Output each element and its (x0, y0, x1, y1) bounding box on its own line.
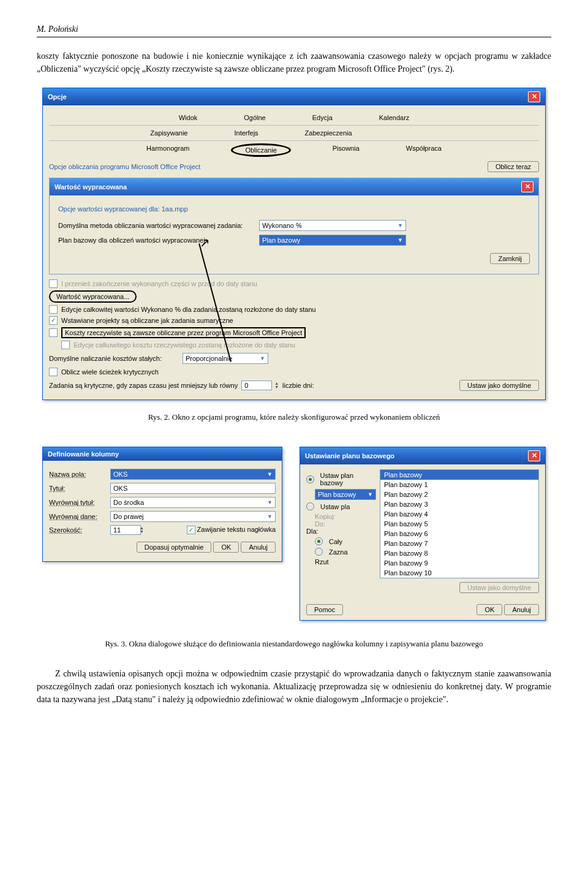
spinner[interactable]: ▲▼ (274, 382, 279, 389)
tab-interfejs[interactable]: Interfejs (229, 128, 263, 138)
radio-zazna[interactable] (315, 548, 323, 556)
tab-widok[interactable]: Widok (174, 113, 203, 123)
label-plan: Plan bazowy dla obliczeń wartości wyprac… (58, 237, 254, 244)
select-wyr-tytul[interactable]: Do środka ▼ (110, 497, 276, 508)
tab-kalendarz[interactable]: Kalendarz (374, 113, 415, 123)
list-item[interactable]: Plan bazowy 3 (380, 499, 538, 509)
dialog-definiowanie: Definiowanie kolumny Nazwa pola: OKS ▼ T… (42, 447, 282, 562)
input-tytul[interactable]: OKS (110, 483, 276, 494)
radio-label: Cały (329, 538, 342, 545)
label-rzut: Rzut (315, 558, 376, 566)
input-szerokosc[interactable]: 11 (110, 525, 141, 535)
btn-zamknij[interactable]: Zamknij (490, 253, 530, 264)
list-item[interactable]: Plan bazowy 9 (380, 558, 538, 568)
chevron-down-icon: ▼ (267, 471, 273, 477)
radio-ustaw2[interactable] (306, 502, 314, 510)
chevron-down-icon: ▼ (267, 513, 273, 520)
select-nazwa[interactable]: OKS ▼ (110, 469, 276, 480)
btn-pomoc[interactable]: Pomoc (306, 604, 343, 615)
chevron-down-icon: ▼ (398, 237, 403, 243)
chk-label: Edycje całkowitego kosztu rzeczywistego … (74, 341, 295, 349)
btn-anuluj[interactable]: Anuluj (504, 604, 539, 615)
chevron-down-icon: ▼ (260, 355, 265, 361)
titlebar-def: Definiowanie kolumny (43, 447, 282, 461)
select-value: Wykonano % (262, 222, 302, 229)
close-icon[interactable]: ✕ (528, 450, 540, 461)
btn-wartosc-wypracowana[interactable]: Wartość wypracowana... (49, 290, 137, 303)
btn-ok[interactable]: OK (477, 604, 502, 615)
select-value: Do prawej (113, 513, 144, 520)
list-item[interactable]: Plan bazowy 2 (380, 490, 538, 499)
list-item[interactable]: Plan bazowy 7 (380, 539, 538, 548)
tab-harmonogram[interactable]: Harmonogram (141, 143, 194, 157)
title-text: Definiowanie kolumny (48, 450, 119, 458)
checkbox[interactable] (49, 279, 58, 288)
input-value: OKS (113, 485, 127, 492)
tabs-row-2: Zapisywanie Interfejs Zabezpieczenia (49, 126, 539, 141)
radio-label: Ustaw pla (320, 503, 350, 510)
checkbox[interactable] (61, 341, 70, 349)
titlebar-plan: Ustawianie planu bazowego ✕ (300, 447, 545, 464)
checkbox[interactable]: ✓ (49, 316, 58, 325)
input-kryt[interactable]: 0 (241, 380, 272, 390)
title-text: Opcje (48, 93, 67, 100)
list-item[interactable]: Plan bazowy 6 (380, 529, 538, 539)
inner-dialog: Wartość wypracowana ✕ Opcje wartości wyp… (49, 178, 539, 274)
label-nazwa: Nazwa pola: (49, 471, 110, 478)
spinner[interactable]: ▲▼ (140, 526, 144, 534)
tab-zapisywanie[interactable]: Zapisywanie (145, 128, 192, 138)
plan-list[interactable]: Plan bazowy Plan bazowy 1 Plan bazowy 2 … (380, 469, 539, 578)
label-metoda: Domyślna metoda obliczania wartości wypr… (58, 222, 254, 229)
page-header: M. Połoński (37, 25, 78, 34)
tab-pisownia[interactable]: Pisownia (328, 143, 364, 157)
caption-rys3: Rys. 3. Okna dialogowe służące do defini… (37, 639, 551, 649)
radio-label: Ustaw plan bazowy (320, 472, 376, 486)
select-value: Plan bazowy (318, 491, 356, 498)
checkbox[interactable] (49, 328, 58, 337)
radio-caly[interactable] (315, 537, 323, 545)
select-plan[interactable]: Plan bazowy ▼ (259, 235, 406, 246)
select-wyr-dane[interactable]: Do prawej ▼ (110, 511, 276, 522)
list-item[interactable]: Plan bazowy (380, 470, 538, 480)
checkbox[interactable] (49, 368, 58, 376)
radio-label: Zazna (329, 548, 348, 556)
chevron-down-icon: ▼ (368, 491, 373, 498)
close-icon[interactable]: ✕ (521, 181, 533, 192)
label-krytyczne: Zadania są krytyczne, gdy zapas czasu je… (49, 382, 238, 389)
select-metoda[interactable]: Wykonano % ▼ (259, 220, 406, 231)
tab-ogolne[interactable]: Ogólne (239, 113, 270, 123)
btn-anuluj[interactable]: Anuluj (241, 542, 276, 553)
label-tytul: Tytuł: (49, 485, 110, 492)
chk-label: Edycje całkowitej wartości Wykonano % dl… (61, 306, 316, 313)
btn-oblicz-teraz[interactable]: Oblicz teraz (488, 161, 539, 172)
label-do: Do: (315, 520, 376, 528)
chk-label: Wstawiane projekty są obliczane jak zada… (61, 317, 233, 324)
tab-wspolpraca[interactable]: Współpraca (401, 143, 447, 157)
select-plan-bazowy[interactable]: Plan bazowy▼ (315, 489, 376, 500)
list-item[interactable]: Plan bazowy 5 (380, 519, 538, 529)
list-item[interactable]: Plan bazowy 1 (380, 480, 538, 490)
tab-edycja[interactable]: Edycja (307, 113, 337, 123)
close-icon[interactable]: ✕ (528, 91, 540, 102)
select-naliczanie[interactable]: Proporcjonalnie ▼ (183, 353, 268, 364)
btn-ustaw-domyslne[interactable]: Ustaw jako domyślne (459, 380, 539, 391)
btn-dopasuj[interactable]: Dopasuj optymalnie (137, 542, 212, 553)
list-item[interactable]: Plan bazowy 4 (380, 509, 538, 519)
inner-titlebar: Wartość wypracowana ✕ (50, 178, 538, 195)
tab-obliczanie[interactable]: Obliczanie (231, 143, 290, 157)
tab-zabezpieczenia[interactable]: Zabezpieczenia (300, 128, 357, 138)
label-dla: Dla: (306, 528, 376, 535)
radio-ustaw[interactable] (306, 475, 314, 483)
caption-rys2: Rys. 2. Okno z opcjami programu, które n… (37, 412, 551, 422)
label-szerokosc: Szerokość: (49, 526, 110, 534)
label-wyr-tytul: Wyrównaj tytuł: (49, 499, 110, 506)
select-value: Plan bazowy (262, 237, 300, 244)
label-liczbie-dni: liczbie dni: (282, 382, 314, 389)
section-label: Opcje obliczania programu Microsoft Offi… (49, 159, 200, 174)
btn-ok[interactable]: OK (213, 542, 239, 553)
paragraph-2: Z chwilą ustawienia opisanych opcji możn… (37, 667, 551, 706)
checkbox[interactable] (49, 305, 58, 314)
list-item[interactable]: Plan bazowy 8 (380, 548, 538, 558)
list-item[interactable]: Plan bazowy 10 (380, 568, 538, 578)
checkbox[interactable]: ✓ (187, 526, 195, 534)
